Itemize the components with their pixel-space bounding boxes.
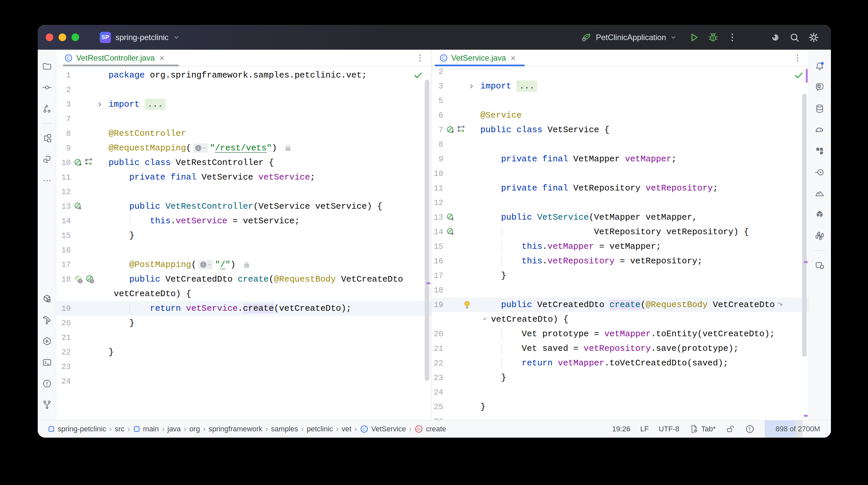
code-line[interactable]: 22 return vetMapper.toVetCreatedDto(save… (431, 356, 808, 370)
breadcrumb-item-create[interactable]: mcreate (414, 425, 446, 433)
code-line[interactable]: 24 (56, 374, 431, 389)
editor-scrollbar[interactable] (425, 80, 429, 381)
project-widget[interactable]: SP spring-petclinic (100, 32, 180, 43)
tool-window-button-more-horizontal[interactable] (40, 173, 54, 188)
code-line[interactable]: 10 (431, 166, 808, 181)
code-line[interactable]: 9@RequestMapping("/rest/vets") (56, 141, 431, 155)
code-line[interactable]: 3›import ... (56, 97, 431, 112)
tool-window-button-services[interactable] (40, 334, 54, 348)
lock-icon[interactable] (243, 261, 251, 269)
code-line[interactable]: 19 return vetService.create(vetCreateDto… (56, 301, 431, 316)
write-access[interactable] (726, 424, 735, 434)
code-line[interactable]: 2 (431, 66, 808, 79)
tab-vetservice[interactable]: C VetService.java × (435, 50, 520, 66)
diagram-icon[interactable] (457, 125, 466, 135)
more-actions-button[interactable] (725, 30, 740, 45)
globe-chip-icon[interactable] (193, 143, 208, 153)
minimize-window-button[interactable] (59, 33, 66, 41)
code-editor-right[interactable]: 23›import ...56@Service7public class Vet… (431, 66, 808, 420)
code-line[interactable]: 16 this.vetRepository = vetRepository; (431, 254, 808, 268)
error-stripe-mark[interactable] (804, 415, 808, 417)
code-line[interactable]: 20 Vet prototype = vetMapper.toEntity(ve… (431, 326, 808, 341)
code-line[interactable]: 20 } (56, 316, 431, 330)
editor-options-kebab-icon[interactable] (415, 53, 425, 63)
search-everywhere-button[interactable] (787, 30, 802, 45)
tool-window-button-git-fork[interactable] (40, 398, 54, 412)
error-stripe-mark[interactable] (804, 261, 808, 263)
bean-globe-solid-icon[interactable] (73, 274, 84, 284)
bean-globe-out-icon[interactable] (85, 274, 95, 284)
code-line[interactable]: 7public class VetService { (431, 122, 808, 137)
tool-window-button-uml-cube[interactable]: ML (812, 207, 827, 222)
code-line[interactable]: 16 (56, 243, 431, 257)
code-line[interactable]: 15 this.vetMapper = vetMapper; (431, 239, 808, 254)
error-stripe-mark[interactable] (806, 69, 808, 83)
tool-window-button-problems-circle[interactable] (40, 376, 54, 391)
code-line[interactable]: 21 Vet saved = vetRepository.save(protot… (431, 341, 808, 356)
code-line[interactable]: 21 (56, 330, 431, 345)
code-line[interactable]: 18 public VetCreatedDto create(@RequestB… (56, 272, 431, 287)
code-editor-left[interactable]: 1package org.springframework.samples.pet… (56, 66, 431, 420)
code-line[interactable]: 10public class VetRestController { (56, 155, 431, 170)
breadcrumb-item-vet[interactable]: vet (342, 425, 351, 433)
breadcrumb-item-org[interactable]: org (189, 425, 200, 433)
code-line[interactable]: 7 (56, 112, 431, 126)
globe-chip-icon[interactable] (198, 260, 213, 269)
tab-vetrestcontroller[interactable]: C VetRestController.java × (60, 50, 169, 66)
ai-assistant-button[interactable] (768, 30, 783, 45)
code-line[interactable]: 11 private final VetService vetService; (56, 170, 431, 184)
tool-window-button-commit[interactable] (40, 80, 54, 95)
breadcrumb-item-src[interactable]: src (115, 425, 124, 433)
line-separator[interactable]: LF (640, 425, 649, 433)
code-line[interactable]: 14 this.vetService = vetService; (56, 214, 431, 228)
tool-window-button-device-database[interactable] (812, 258, 827, 273)
inspections-ok-icon[interactable] (413, 70, 423, 80)
code-line[interactable]: 25} (431, 400, 808, 414)
tool-window-button-bean-mountains[interactable] (812, 186, 827, 201)
code-line[interactable]: 1package org.springframework.samples.pet… (56, 68, 431, 83)
code-line[interactable]: 8@RestController (56, 126, 431, 141)
bean-tri-icon[interactable] (73, 158, 83, 167)
diagram-icon[interactable] (85, 158, 94, 167)
tool-window-button-git-branches[interactable] (40, 102, 54, 116)
tool-window-button-dependencies[interactable] (40, 291, 54, 306)
code-line[interactable]: 5 (431, 93, 808, 108)
code-line[interactable]: 9 private final VetMapper vetMapper; (431, 152, 808, 166)
code-line[interactable]: 17 @PostMapping("/") (56, 257, 431, 272)
tool-window-button-structure[interactable] (40, 131, 54, 145)
code-line[interactable]: 24 (431, 385, 808, 400)
tool-window-button-terminal[interactable] (40, 355, 54, 370)
breadcrumb-item-main[interactable]: main (133, 425, 159, 433)
code-line[interactable]: 22} (56, 345, 431, 360)
fold-chevron-icon[interactable]: › (97, 99, 103, 109)
lock-icon[interactable] (284, 144, 292, 152)
code-line[interactable]: 23 } (431, 370, 808, 385)
close-tab-icon[interactable]: × (510, 54, 516, 62)
editor-scrollbar[interactable] (802, 94, 807, 357)
code-line[interactable]: 18 (431, 283, 808, 297)
code-line[interactable]: vetCreateDto) { (431, 312, 808, 326)
editor-options-kebab-icon[interactable] (793, 53, 802, 63)
code-line[interactable]: 23 (56, 360, 431, 374)
breadcrumb-item-java[interactable]: java (167, 425, 181, 433)
bulb-icon[interactable] (462, 300, 472, 309)
code-line[interactable]: 8 (431, 137, 808, 152)
tool-window-button-database[interactable] (812, 102, 827, 116)
tool-window-button-plugin-blocks[interactable] (812, 144, 827, 159)
code-line[interactable]: 6@Service (431, 108, 808, 122)
tool-window-button-folder[interactable] (40, 59, 54, 74)
breadcrumb-item-spring-petclinic[interactable]: spring-petclinic (48, 425, 106, 433)
code-line[interactable]: 12 (431, 196, 808, 210)
close-window-button[interactable] (46, 33, 53, 41)
breadcrumb-item-VetService[interactable]: CVetService (360, 425, 406, 433)
code-line[interactable]: vetCreateDto) { (56, 287, 431, 301)
inspections-ok-icon[interactable] (794, 70, 804, 80)
code-line[interactable]: 11 private final VetRepository vetReposi… (431, 181, 808, 196)
bean-arrow-icon[interactable] (446, 227, 455, 236)
run-configuration-selector[interactable]: PetClinicApplication (581, 32, 677, 43)
bean-tri-icon[interactable] (446, 125, 455, 135)
file-encoding[interactable]: UTF-8 (659, 425, 679, 433)
close-tab-icon[interactable]: × (159, 54, 164, 62)
breadcrumb-item-springframework[interactable]: springframework (209, 425, 262, 433)
tool-window-button-python[interactable] (812, 229, 827, 243)
